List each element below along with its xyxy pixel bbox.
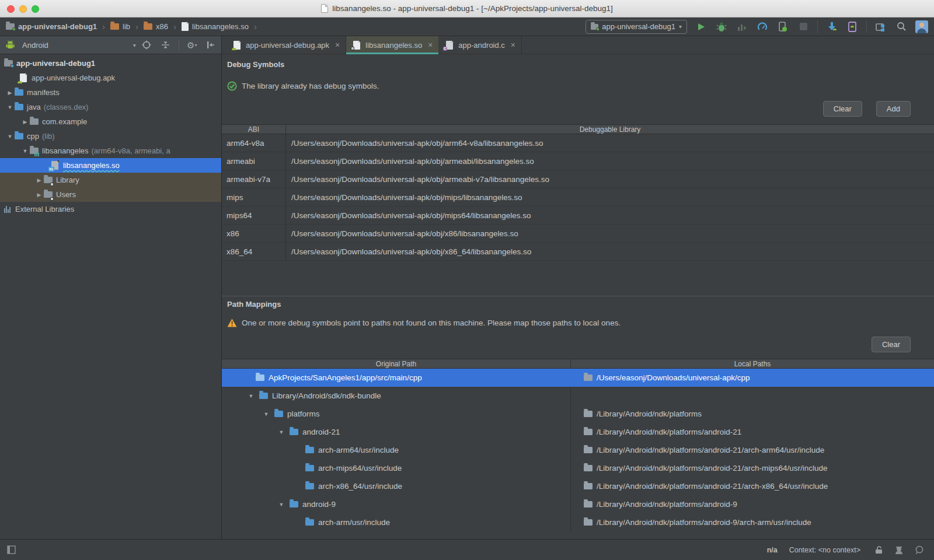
tree-item-label: app-universal-debug.apk [32, 74, 115, 82]
expand-arrow-icon[interactable]: ▶ [35, 192, 43, 198]
debug-symbols-title: Debug Symbols [227, 60, 934, 69]
close-icon[interactable]: × [511, 41, 515, 49]
collapse-arrow-icon[interactable]: ▼ [6, 134, 14, 139]
clear-mappings-button[interactable]: Clear [872, 337, 911, 352]
mapping-row[interactable]: ▼android-9 /Library/Android/ndk/platform… [222, 495, 934, 513]
expand-arrow-icon[interactable]: ▶ [6, 90, 14, 96]
traffic-lights [7, 5, 39, 13]
event-log-bubble-icon[interactable] [913, 544, 926, 556]
table-row[interactable]: x86_64/Users/easonj/Downloads/universal-… [222, 243, 934, 261]
mapping-row[interactable]: ▼Library/Android/sdk/ndk-bundle [222, 387, 934, 405]
tree-item-com-example[interactable]: ▶ com.example [0, 114, 221, 129]
table-row[interactable]: mips64/Users/easonj/Downloads/universal-… [222, 206, 934, 225]
mapping-row[interactable]: arch-mips64/usr/include /Library/Android… [222, 459, 934, 477]
warning-icon [227, 318, 237, 327]
collapse-arrow-icon[interactable]: ▼ [262, 411, 270, 417]
tree-item-users[interactable]: ▶ Users [0, 187, 221, 202]
tree-item-project-root[interactable]: app-universal-debug1 [0, 56, 221, 71]
tree-item-library[interactable]: ▶ Library [0, 173, 221, 187]
zoom-window-button[interactable] [32, 5, 39, 13]
tree-item-java[interactable]: ▼ java (classes.dex) [0, 100, 221, 114]
breadcrumb-item-x86[interactable]: x86 [142, 22, 169, 31]
locked-folder-icon [43, 176, 53, 185]
toggle-toolwindows-icon[interactable] [5, 544, 18, 556]
tree-item-libsanangeles-so-selected[interactable]: 01 libsanangeles.so [0, 158, 221, 173]
caret-position-widget: n/a [767, 546, 778, 554]
breadcrumb-item-module[interactable]: app-universal-debug1 [5, 22, 98, 31]
local-path-cell: /Users/easonj/Downloads/universal-apk/cp… [597, 373, 750, 382]
local-path-cell: /Library/Android/ndk/platforms/android-9 [597, 500, 737, 509]
tree-item-apk-file[interactable]: app-universal-debug.apk [0, 71, 221, 85]
table-row[interactable]: armeabi-v7a/Users/easonj/Downloads/unive… [222, 170, 934, 188]
search-everywhere-button[interactable] [895, 20, 908, 33]
collapse-all-icon[interactable] [159, 38, 172, 51]
tree-item-libsanangeles[interactable]: ▼ libsanangeles (arm64-v8a, armeabi, a [0, 144, 221, 158]
android-profiler-button[interactable] [756, 20, 769, 33]
inspections-hector-icon[interactable] [893, 544, 905, 556]
so-file-icon [352, 40, 361, 50]
mapping-row[interactable]: arch-x86_64/usr/include /Library/Android… [222, 477, 934, 495]
mapping-row[interactable]: ▼android-21 /Library/Android/ndk/platfor… [222, 423, 934, 441]
table-row[interactable]: arm64-v8a/Users/easonj/Downloads/univers… [222, 134, 934, 152]
tree-item-external-libraries[interactable]: External Libraries [0, 202, 221, 216]
column-header-local-paths[interactable]: Local Paths [571, 359, 934, 368]
folder-icon [305, 483, 314, 489]
project-view-selector[interactable]: Android [22, 41, 48, 50]
tree-item-label: libsanangeles [42, 146, 89, 155]
breadcrumb-item-lib[interactable]: lib [109, 22, 131, 31]
clear-button[interactable]: Clear [823, 101, 862, 117]
close-window-button[interactable] [7, 5, 15, 13]
column-header-abi[interactable]: ABI [222, 125, 286, 134]
collapse-arrow-icon[interactable]: ▼ [247, 393, 255, 399]
android-studio-window: libsanangeles.so - app-universal-debug1 … [0, 0, 934, 560]
profile-button[interactable] [736, 20, 748, 33]
debug-button[interactable] [715, 20, 728, 33]
table-row[interactable]: mips/Users/easonj/Downloads/universal-ap… [222, 188, 934, 206]
folder-icon [290, 429, 298, 435]
table-row[interactable]: x86/Users/easonj/Downloads/universal-apk… [222, 225, 934, 243]
avd-manager-button[interactable] [846, 20, 859, 33]
breadcrumb-item-file[interactable]: libsanangeles.so [180, 22, 250, 31]
add-button[interactable]: Add [876, 101, 911, 117]
mapping-row[interactable]: arch-arm/usr/include /Library/Android/nd… [222, 513, 934, 531]
expand-arrow-icon[interactable]: ▶ [21, 119, 29, 125]
tab-label: app-android.c [458, 41, 505, 50]
close-icon[interactable]: × [335, 41, 340, 49]
collapse-arrow-icon[interactable]: ▼ [277, 429, 285, 435]
mapping-row[interactable]: ▼platforms /Library/Android/ndk/platform… [222, 405, 934, 423]
tab-app-universal-debug-apk[interactable]: app-universal-debug.apk × [226, 36, 346, 54]
tree-item-manifests[interactable]: ▶ manifests [0, 85, 221, 100]
project-structure-button[interactable] [874, 20, 887, 33]
attach-debugger-to-android-process-button[interactable] [776, 20, 789, 33]
column-header-original-path[interactable]: Original Path [222, 359, 571, 368]
mapping-row[interactable]: arch-arm64/usr/include /Library/Android/… [222, 441, 934, 459]
run-button[interactable] [695, 20, 708, 33]
collapse-arrow-icon[interactable]: ▼ [277, 502, 285, 508]
window-title-wrap: libsanangeles.so - app-universal-debug1 … [321, 4, 613, 13]
locate-file-icon[interactable] [140, 38, 153, 51]
library-path-cell: /Users/easonj/Downloads/universal-apk/ob… [286, 188, 934, 206]
mapping-row-selected[interactable]: ApkProjects/SanAngeles1/app/src/main/cpp… [222, 369, 934, 387]
collapse-arrow-icon[interactable]: ▼ [21, 148, 29, 154]
unlock-icon[interactable] [872, 544, 885, 556]
settings-gear-icon[interactable]: ⚙▾ [186, 38, 198, 51]
chevron-down-icon[interactable]: ▾ [133, 42, 136, 48]
collapse-arrow-icon[interactable]: ▼ [6, 104, 14, 110]
column-header-debuggable-library[interactable]: Debuggable Library [286, 125, 934, 134]
close-icon[interactable]: × [428, 41, 433, 49]
user-avatar[interactable] [915, 20, 928, 33]
tab-libsanangeles-so[interactable]: libsanangeles.so × [346, 36, 439, 54]
sdk-manager-button[interactable] [825, 20, 838, 33]
stop-button[interactable] [797, 20, 810, 33]
table-row[interactable]: armeabi/Users/easonj/Downloads/universal… [222, 152, 934, 170]
run-configuration-selector[interactable]: app-universal-debug1 ▾ [586, 20, 687, 34]
hide-panel-icon[interactable] [205, 38, 218, 51]
expand-arrow-icon[interactable]: ▶ [35, 177, 43, 183]
table-header: ABI Debuggable Library [222, 124, 934, 134]
abi-cell: arm64-v8a [222, 134, 286, 152]
minimize-window-button[interactable] [19, 5, 27, 13]
context-widget[interactable]: Context: <no context> [789, 546, 860, 554]
tab-app-android-c[interactable]: C app-android.c × [439, 36, 522, 54]
apk-file-icon [19, 74, 28, 83]
tree-item-cpp[interactable]: ▼ cpp (lib) [0, 129, 221, 144]
